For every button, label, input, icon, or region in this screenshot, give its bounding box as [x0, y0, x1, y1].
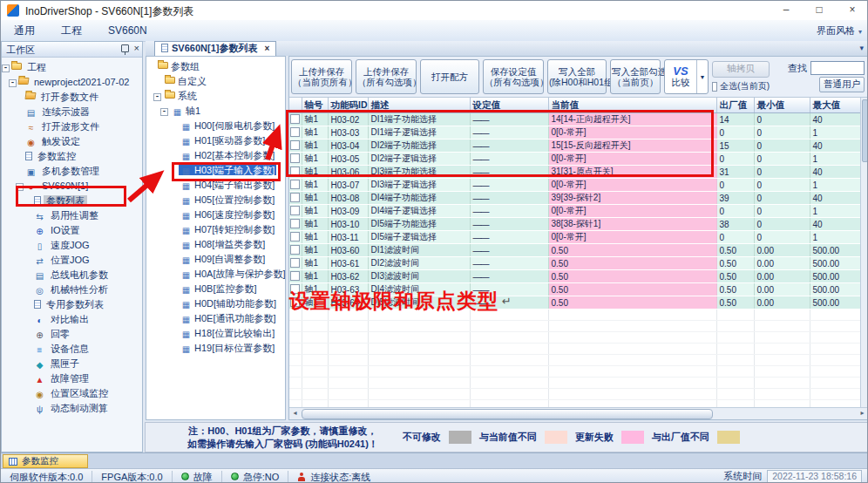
- sidebar-item[interactable]: -◆黑匣子: [2, 357, 142, 371]
- expander-icon[interactable]: -: [2, 65, 10, 72]
- close-button-icon[interactable]: ×: [836, 1, 868, 20]
- sidebar-item[interactable]: -▲故障管理: [2, 371, 142, 386]
- scroll-right-icon[interactable]: ▸: [857, 408, 868, 418]
- toolbar-button-4[interactable]: 写入全部(除H00和H01组): [547, 59, 607, 94]
- row-checkbox[interactable]: [290, 284, 300, 294]
- select-all-checkbox[interactable]: [712, 82, 717, 92]
- group-tree-item[interactable]: -▦H06[速度控制参数]: [146, 207, 285, 222]
- group-tree-item[interactable]: -▦轴1: [146, 104, 285, 119]
- find-input[interactable]: [810, 61, 865, 75]
- sidebar-item[interactable]: -工程: [2, 60, 142, 75]
- menu-item-1[interactable]: 工程: [48, 20, 95, 38]
- sidebar-item[interactable]: -▯速度JOG: [2, 238, 142, 253]
- cell-set-value[interactable]: ——: [470, 126, 548, 139]
- tab-overflow-caret-icon[interactable]: ▾: [859, 44, 864, 52]
- row-checkbox[interactable]: [290, 271, 300, 281]
- group-tree-item[interactable]: -▦H07[转矩控制参数]: [146, 222, 285, 237]
- toolbar-button-5[interactable]: 写入全部勾选项（当前页）: [610, 59, 661, 94]
- row-checkbox[interactable]: [290, 180, 300, 189]
- cell-set-value[interactable]: ——: [470, 205, 548, 218]
- sidebar-item[interactable]: -ψ动态制动测算: [2, 401, 142, 416]
- sidebar-item[interactable]: -◉位置区域监控: [2, 386, 142, 401]
- group-tree-item[interactable]: -▦H02[基本控制参数]: [146, 148, 285, 163]
- group-tree-item[interactable]: -▦H0B[监控参数]: [146, 282, 285, 296]
- row-checkbox[interactable]: [290, 127, 300, 137]
- sidebar-item[interactable]: -⇆易用性调整: [2, 208, 142, 223]
- vertical-scrollbar-thumb[interactable]: [862, 99, 868, 162]
- group-tree-item[interactable]: -▦H00[伺服电机参数]: [146, 119, 285, 133]
- menu-ui-style[interactable]: 界面风格▾: [817, 24, 862, 37]
- group-tree-item[interactable]: -▦H01[驱动器参数]: [146, 133, 285, 148]
- sidebar-item[interactable]: -◉触发设定: [2, 134, 142, 149]
- group-tree-item[interactable]: -▦H0E[通讯功能参数]: [146, 311, 285, 326]
- cell-set-value[interactable]: ——: [470, 153, 548, 166]
- toolbar-button-1[interactable]: 上传并保存（所有勾选项）: [356, 59, 417, 94]
- expander-icon[interactable]: -: [16, 183, 24, 191]
- tab-close-icon[interactable]: ×: [264, 44, 269, 53]
- row-checkbox[interactable]: [290, 245, 300, 255]
- sidebar-item[interactable]: -⊕IO设置: [2, 223, 142, 238]
- sidebar-item[interactable]: -▣多机参数管理: [2, 164, 142, 179]
- sidebar-item[interactable]: -◐对比输出: [2, 312, 142, 327]
- cell-set-value[interactable]: ——: [470, 192, 548, 205]
- horizontal-scrollbar[interactable]: ◂ ▸: [289, 407, 868, 419]
- row-checkbox[interactable]: [290, 219, 300, 228]
- cell-set-value[interactable]: ——: [470, 296, 548, 310]
- menu-item-0[interactable]: 通用: [1, 20, 48, 38]
- vertical-scrollbar[interactable]: [860, 98, 868, 408]
- sidebar-item[interactable]: -打开参数文件: [2, 90, 142, 105]
- horizontal-scrollbar-thumb[interactable]: [302, 409, 713, 419]
- group-tree-item[interactable]: -参数组: [146, 59, 285, 74]
- axis-copy-button[interactable]: 轴拷贝: [712, 61, 770, 78]
- row-checkbox[interactable]: [290, 167, 300, 176]
- group-tree-item[interactable]: -▦H0D[辅助功能参数]: [146, 296, 285, 311]
- row-checkbox[interactable]: [290, 297, 300, 307]
- compare-button[interactable]: VS 比较 ▼: [664, 59, 709, 94]
- row-checkbox[interactable]: [290, 140, 300, 150]
- group-tree-item[interactable]: -自定义: [146, 74, 285, 89]
- scroll-left-icon[interactable]: ◂: [289, 408, 301, 418]
- tab-parameter-list[interactable]: SV660N[1]参数列表×: [154, 41, 276, 56]
- cell-set-value[interactable]: ——: [470, 113, 548, 126]
- expander-icon[interactable]: -: [153, 93, 161, 101]
- sidebar-item[interactable]: -▤连续示波器: [2, 105, 142, 119]
- compare-dropdown-caret-icon[interactable]: ▼: [696, 60, 708, 93]
- toolbar-button-3[interactable]: 保存设定值（所有勾选项）: [483, 59, 544, 94]
- sidebar-item[interactable]: -参数监控: [2, 149, 142, 164]
- cell-set-value[interactable]: ——: [470, 257, 548, 270]
- tab-parameter-monitor[interactable]: 参数监控: [3, 454, 88, 468]
- expander-icon[interactable]: -: [160, 108, 168, 116]
- row-checkbox[interactable]: [290, 232, 300, 242]
- toolbar-button-0[interactable]: 上传并保存（当前页所有）: [291, 59, 352, 94]
- sidebar-item[interactable]: -专用参数列表: [2, 297, 142, 312]
- row-checkbox[interactable]: [290, 193, 300, 202]
- sidebar-item[interactable]: -≈打开波形文件: [2, 119, 142, 134]
- minimize-button-icon[interactable]: –: [770, 1, 803, 20]
- group-tree-item[interactable]: -▦H05[位置控制参数]: [146, 193, 285, 207]
- row-checkbox[interactable]: [290, 114, 300, 124]
- row-checkbox[interactable]: [290, 153, 300, 163]
- sidebar-item[interactable]: -⊕回零: [2, 327, 142, 342]
- user-mode-button[interactable]: 普通用户: [819, 77, 865, 92]
- sidebar-item[interactable]: -▤总线电机参数: [2, 268, 142, 282]
- sidebar-item[interactable]: -newproject2021-07-02: [2, 75, 142, 90]
- group-tree-item[interactable]: -▦H08[增益类参数]: [146, 237, 285, 252]
- panel-close-icon[interactable]: ×: [134, 44, 139, 53]
- toolbar-button-2[interactable]: 打开配方: [420, 59, 479, 94]
- group-tree-item[interactable]: -系统: [146, 89, 285, 104]
- expander-icon[interactable]: -: [9, 79, 17, 87]
- row-checkbox[interactable]: [290, 206, 300, 215]
- group-tree-item[interactable]: -▦H18[位置比较输出]: [146, 326, 285, 341]
- sidebar-item[interactable]: -≡设备信息: [2, 342, 142, 357]
- sidebar-item[interactable]: -●SV660N[1]: [2, 179, 142, 194]
- cell-set-value[interactable]: ——: [470, 244, 548, 257]
- pin-icon[interactable]: [121, 44, 129, 52]
- group-tree-item[interactable]: -▦H0A[故障与保护参数]: [146, 267, 285, 282]
- cell-set-value[interactable]: ——: [470, 231, 548, 244]
- cell-set-value[interactable]: ——: [470, 139, 548, 153]
- cell-set-value[interactable]: ——: [470, 270, 548, 283]
- maximize-button-icon[interactable]: □: [803, 1, 836, 20]
- group-tree-item[interactable]: -▦H04[端子输出参数]: [146, 178, 285, 193]
- cell-set-value[interactable]: ——: [470, 179, 548, 192]
- sidebar-item[interactable]: -参数列表: [2, 194, 142, 208]
